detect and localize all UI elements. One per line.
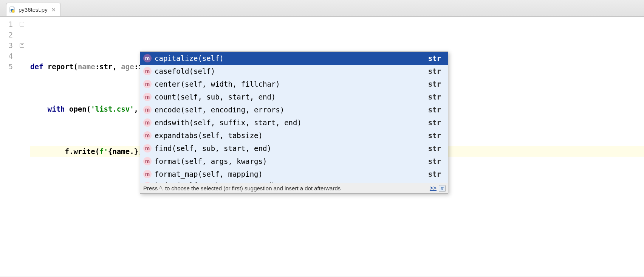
completion-item-label: count(self, sub, start, end) [155, 93, 276, 101]
completion-item-type: str [428, 55, 441, 62]
method-icon: m [143, 80, 152, 88]
line-number: 5 [0, 61, 13, 72]
completion-more-link[interactable]: >> [430, 185, 437, 191]
completion-item[interactable]: mcount(self, sub, start, end)str [140, 90, 448, 103]
completion-item-type: str [428, 145, 441, 152]
indent-guide [50, 30, 50, 72]
line-number: 2 [0, 30, 13, 40]
completion-item[interactable]: mendswith(self, suffix, start, end)str [140, 116, 448, 129]
completion-item[interactable]: mcasefold(self)str [140, 65, 448, 78]
completion-popup[interactable]: mcapitalize(self)strmcasefold(self)strmc… [140, 51, 448, 194]
completion-item-label: endswith(self, suffix, start, end) [155, 119, 302, 126]
method-icon: m [143, 54, 152, 62]
completion-item-type: str [428, 106, 441, 114]
python-file-icon [9, 6, 16, 13]
completion-item[interactable]: mformat(self, args, kwargs)str [140, 155, 448, 168]
completion-item-label: expandtabs(self, tabsize) [155, 132, 263, 139]
method-icon: m [143, 182, 152, 183]
fold-gutter: − ⌃ [17, 17, 27, 277]
completion-item-type: str [428, 81, 441, 88]
fold-end-icon[interactable]: ⌃ [20, 43, 24, 48]
completion-item-type: str [428, 158, 441, 165]
completion-item-cutoff: mindex(self, sub, start, end)str [140, 181, 448, 183]
method-icon: m [143, 106, 152, 114]
completion-item-label: find(self, sub, start, end) [155, 145, 271, 152]
completion-item-type: str [428, 171, 441, 178]
completion-item-label: casefold(self) [155, 68, 215, 75]
completion-item-type: str [428, 132, 441, 139]
svg-point-3 [12, 10, 15, 12]
method-icon: m [143, 157, 152, 165]
completion-item-label: index(self, sub, start, end) [155, 182, 276, 183]
completion-list[interactable]: mcapitalize(self)strmcasefold(self)strmc… [140, 52, 448, 183]
method-icon: m [143, 131, 152, 140]
method-icon: m [143, 118, 152, 127]
completion-hint: Press ^. to choose the selected (or firs… [143, 185, 341, 191]
svg-rect-1 [13, 7, 15, 8]
completion-item[interactable]: mexpandtabs(self, tabsize)str [140, 129, 448, 142]
completion-item-type: str [428, 68, 441, 75]
editor-tab[interactable]: py36test.py ✕ [6, 3, 61, 16]
completion-item[interactable]: mcapitalize(self)str [140, 52, 448, 65]
fold-toggle-icon[interactable]: − [20, 22, 24, 26]
line-number: 1 [0, 19, 13, 30]
completion-item-type: str [428, 182, 441, 183]
method-icon: m [143, 170, 152, 178]
method-icon: m [143, 93, 152, 101]
line-number: 4 [0, 51, 13, 61]
completion-item-type: str [428, 119, 441, 126]
completion-item-label: format(self, args, kwargs) [155, 158, 267, 165]
method-icon: m [143, 67, 152, 75]
completion-item-label: format_map(self, mapping) [155, 171, 263, 178]
method-icon: m [143, 144, 152, 153]
completion-item[interactable]: mencode(self, encoding, errors)str [140, 103, 448, 116]
completion-item[interactable]: mcenter(self, width, fillchar)str [140, 78, 448, 90]
completion-item-type: str [428, 93, 441, 101]
code-line [30, 220, 644, 231]
close-icon[interactable]: ✕ [51, 7, 56, 13]
completion-item[interactable]: mfind(self, sub, start, end)str [140, 142, 448, 155]
completion-item-label: encode(self, encoding, errors) [155, 106, 284, 114]
completion-item-label: center(self, width, fillchar) [155, 81, 280, 88]
completion-item[interactable]: mformat_map(self, mapping)str [140, 168, 448, 181]
tab-bar: py36test.py ✕ [0, 0, 644, 17]
line-number: 3 [0, 40, 13, 51]
completion-item-label: capitalize(self) [155, 55, 224, 62]
tab-filename: py36test.py [19, 6, 48, 13]
completion-footer: Press ^. to choose the selected (or firs… [140, 183, 448, 193]
pi-icon[interactable]: π [439, 185, 446, 192]
line-number-gutter: 1 2 3 4 5 [0, 17, 17, 277]
